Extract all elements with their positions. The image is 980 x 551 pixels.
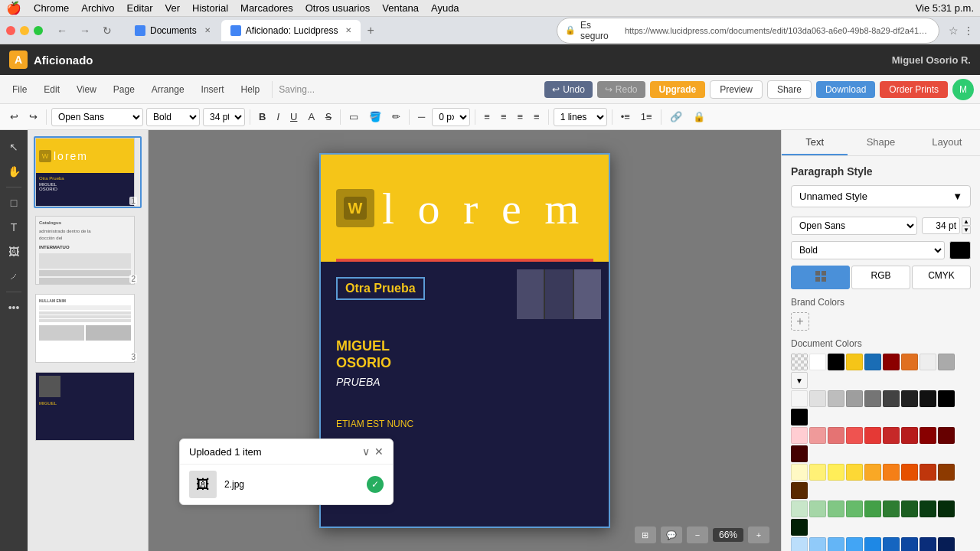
canvas-area[interactable]: W l o r e m Otra Prueba MIGUEL OSORIO xyxy=(149,130,781,551)
menu-chrome[interactable]: Chrome xyxy=(34,2,69,14)
c8[interactable] xyxy=(920,390,936,407)
upgrade-button[interactable]: Upgrade xyxy=(650,81,706,98)
forward-button[interactable]: → xyxy=(75,23,95,38)
upload-close-button[interactable]: ✕ xyxy=(374,445,384,458)
cy7[interactable] xyxy=(901,464,918,481)
traffic-light-maximize[interactable] xyxy=(34,26,43,35)
color-mode-rgb[interactable]: RGB xyxy=(851,266,910,289)
cy1[interactable] xyxy=(791,464,808,481)
c10[interactable] xyxy=(791,409,808,425)
page-thumb-1[interactable]: W lorem Otra Prueba MIGUEL OSORIO 1 xyxy=(34,136,142,208)
cy3[interactable] xyxy=(828,464,844,481)
cg10[interactable] xyxy=(791,519,808,536)
color-swatch-orange[interactable] xyxy=(901,354,918,370)
menu-ayuda[interactable]: Ayuda xyxy=(431,2,459,14)
color-mode-cmyk[interactable]: CMYK xyxy=(912,266,971,289)
upload-minimize-button[interactable]: ∨ xyxy=(362,445,370,458)
cy8[interactable] xyxy=(920,464,936,481)
italic-button[interactable]: I xyxy=(273,108,283,126)
color-swatch-blue[interactable] xyxy=(864,354,881,370)
expand-colors-button[interactable]: ▼ xyxy=(791,372,808,389)
pan-tool[interactable]: ✋ xyxy=(3,161,24,182)
cb3[interactable] xyxy=(828,537,844,551)
font-size-select[interactable]: 34 pt xyxy=(203,108,245,126)
back-button[interactable]: ← xyxy=(52,23,72,38)
c4[interactable] xyxy=(846,390,863,407)
font-family-select-panel[interactable]: Open Sans xyxy=(791,217,917,235)
user-avatar-button[interactable]: M xyxy=(952,79,974,100)
text-color-button[interactable]: A xyxy=(304,108,318,126)
canvas-grid-button[interactable]: ⊞ xyxy=(635,527,656,543)
help-menu[interactable]: Help xyxy=(235,82,266,97)
preview-button[interactable]: Preview xyxy=(710,80,763,99)
cg5[interactable] xyxy=(864,500,881,517)
cb7[interactable] xyxy=(901,537,918,551)
cy6[interactable] xyxy=(883,464,900,481)
arrange-menu[interactable]: Arrange xyxy=(145,82,191,97)
underline-button[interactable]: U xyxy=(286,108,301,126)
download-button[interactable]: Download xyxy=(816,81,875,98)
cp8[interactable] xyxy=(920,427,936,444)
justify-button[interactable]: ≡ xyxy=(530,108,544,126)
cb8[interactable] xyxy=(920,537,936,551)
text-tool[interactable]: T xyxy=(3,217,24,238)
insert-menu[interactable]: Insert xyxy=(195,82,230,97)
cg1[interactable] xyxy=(791,500,808,517)
cg4[interactable] xyxy=(846,500,863,517)
cp9[interactable] xyxy=(938,427,955,444)
color-swatch-black[interactable] xyxy=(828,354,844,370)
edit-menu[interactable]: Edit xyxy=(38,82,66,97)
shape-tool[interactable]: □ xyxy=(3,192,24,214)
select-tool[interactable]: ↖ xyxy=(3,136,24,158)
cp4[interactable] xyxy=(846,427,863,444)
cg6[interactable] xyxy=(883,500,900,517)
bold-button[interactable]: B xyxy=(255,108,270,126)
page-thumb-4[interactable]: MIGUEL xyxy=(34,370,142,442)
tab-shape[interactable]: Shape xyxy=(848,130,913,155)
new-tab-button[interactable]: + xyxy=(362,24,378,37)
cp6[interactable] xyxy=(883,427,900,444)
cg3[interactable] xyxy=(828,500,844,517)
undo-button[interactable]: ↩ Undo xyxy=(544,81,593,98)
tab-text[interactable]: Text xyxy=(782,130,848,155)
font-size-down[interactable]: ▼ xyxy=(962,226,971,234)
stroke-color-button[interactable]: ✏ xyxy=(388,108,404,126)
bullet-list-button[interactable]: •≡ xyxy=(617,108,634,126)
text-color-swatch[interactable] xyxy=(949,241,971,259)
canvas-comment-button[interactable]: 💬 xyxy=(661,527,682,543)
menu-editar[interactable]: Editar xyxy=(127,2,153,14)
menu-historial[interactable]: Historial xyxy=(192,2,228,14)
undo-small-button[interactable]: ↩ xyxy=(6,108,22,126)
cb6[interactable] xyxy=(883,537,900,551)
align-left-button[interactable]: ≡ xyxy=(480,108,494,126)
letter-spacing-select[interactable]: 0 px xyxy=(432,108,470,126)
cb5[interactable] xyxy=(864,537,881,551)
color-swatch-darkred[interactable] xyxy=(883,354,900,370)
font-family-select[interactable]: Open Sans xyxy=(51,108,143,126)
tab-lucidpress-close[interactable]: ✕ xyxy=(345,26,351,34)
cb1[interactable] xyxy=(791,537,808,551)
cg2[interactable] xyxy=(809,500,826,517)
cg9[interactable] xyxy=(938,500,955,517)
line-spacing-select[interactable]: 1 lines xyxy=(554,108,607,126)
font-size-input[interactable] xyxy=(922,217,960,234)
cg7[interactable] xyxy=(901,500,918,517)
cy5[interactable] xyxy=(864,464,881,481)
image-tool[interactable]: 🖼 xyxy=(3,241,24,262)
text-box-button[interactable]: ▭ xyxy=(345,108,362,126)
more-tools[interactable]: ••• xyxy=(3,297,24,318)
cg8[interactable] xyxy=(920,500,936,517)
cp10[interactable] xyxy=(791,445,808,462)
order-prints-button[interactable]: Order Prints xyxy=(880,81,948,98)
menu-marcadores[interactable]: Marcadores xyxy=(240,2,293,14)
strikethrough-button[interactable]: S̶ xyxy=(322,108,335,126)
add-brand-color-button[interactable]: + xyxy=(791,312,809,331)
redo-small-button[interactable]: ↪ xyxy=(25,108,41,126)
style-dropdown[interactable]: Unnamed Style ▼ xyxy=(791,185,971,207)
tab-close[interactable]: ✕ xyxy=(204,26,211,34)
align-right-button[interactable]: ≡ xyxy=(513,108,527,126)
c5[interactable] xyxy=(864,390,881,407)
c9[interactable] xyxy=(938,390,955,407)
cy9[interactable] xyxy=(938,464,955,481)
c3[interactable] xyxy=(828,390,844,407)
